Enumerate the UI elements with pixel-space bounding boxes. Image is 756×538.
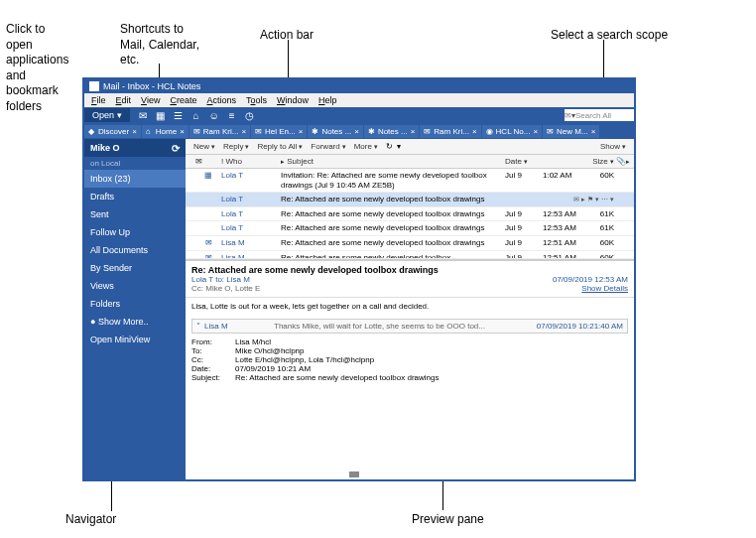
msg-size: 60K — [586, 171, 616, 180]
action-forward[interactable]: Forward — [307, 142, 349, 151]
tab-1[interactable]: ⌂Home× — [142, 125, 189, 138]
preview-subject: Re: Attached are some newly developed to… — [191, 265, 628, 275]
refresh-icon[interactable]: ⟳ — [172, 143, 180, 154]
nav-item-5[interactable]: By Sender — [84, 259, 186, 277]
nav-item-6[interactable]: Views — [84, 277, 186, 295]
tab-icon: ◆ — [88, 127, 96, 135]
tab-icon: ✱ — [368, 127, 376, 135]
msg-size: ✉ ▸ ⚑ ▾ ⋯ ▾ — [527, 195, 616, 203]
menu-actions[interactable]: Actions — [201, 95, 241, 105]
close-icon[interactable]: × — [132, 127, 137, 136]
msg-size: 61K — [586, 223, 616, 232]
message-row[interactable]: ▦Lola TInvitation: Re: Attached are some… — [186, 169, 634, 193]
detail-to: Mike O/hcl@hclpnp — [235, 346, 304, 355]
clock-icon[interactable]: ◷ — [243, 108, 257, 122]
message-row[interactable]: Lola TRe: Attached are some newly develo… — [186, 221, 634, 236]
mail-icon: ✉ — [186, 238, 221, 247]
message-row[interactable]: ✉Lisa MRe: Attached are some newly devel… — [186, 251, 634, 259]
col-date[interactable]: Date ▾ — [505, 157, 543, 166]
annotation-search: Select a search scope — [551, 28, 668, 44]
nav-item-3[interactable]: Follow Up — [84, 223, 186, 241]
annotation-shortcuts: Shortcuts to Mail, Calendar, etc. — [120, 22, 219, 68]
tab-label: Notes ... — [378, 127, 408, 136]
menu-bar: File Edit View Create Actions Tools Wind… — [84, 93, 634, 107]
tab-2[interactable]: ✉Ram Kri...× — [189, 125, 250, 138]
message-row[interactable]: ✉Lisa MRe: Attached are some newly devel… — [186, 236, 634, 251]
tab-3[interactable]: ✉Hel En...× — [251, 125, 307, 138]
close-icon[interactable]: × — [180, 127, 185, 136]
col-subject[interactable]: ▸ Subject — [281, 157, 505, 166]
col-icon[interactable]: ✉ — [186, 157, 221, 166]
tab-0[interactable]: ◆Discover× — [84, 125, 141, 138]
mail-icon[interactable]: ✉ — [136, 108, 150, 122]
message-row[interactable]: Lola TRe: Attached are some newly develo… — [186, 207, 634, 222]
tab-icon: ✉ — [193, 127, 201, 135]
calendar-icon[interactable]: ▦ — [154, 108, 168, 122]
action-replyall[interactable]: Reply to All — [253, 142, 307, 151]
tab-7[interactable]: ◉HCL No...× — [482, 125, 543, 138]
col-who[interactable]: ! Who — [221, 157, 281, 166]
msg-who: Lola T — [221, 195, 281, 203]
nav-item-2[interactable]: Sent — [84, 205, 186, 223]
menu-window[interactable]: Window — [272, 95, 314, 105]
splitter-handle[interactable] — [349, 471, 359, 477]
home-icon[interactable]: ⌂ — [189, 108, 203, 122]
menu-file[interactable]: File — [86, 95, 111, 105]
window-title: Mail - Inbox - HCL Notes — [103, 81, 200, 91]
msg-who: Lisa M — [221, 238, 281, 247]
contacts-icon[interactable]: ☰ — [172, 108, 186, 122]
close-icon[interactable]: × — [472, 127, 477, 136]
col-size[interactable]: Size ▾ — [586, 157, 616, 166]
tab-5[interactable]: ✱Notes ...× — [364, 125, 419, 138]
msg-time: 1:02 AM — [543, 171, 586, 180]
nav-item-9[interactable]: Open MiniView — [84, 331, 186, 348]
tab-icon: ✉ — [424, 127, 432, 135]
action-folder-icon[interactable]: ▾ — [397, 142, 401, 151]
menu-edit[interactable]: Edit — [111, 95, 137, 105]
close-icon[interactable]: × — [591, 127, 596, 136]
close-icon[interactable]: × — [411, 127, 416, 136]
menu-create[interactable]: Create — [165, 95, 201, 105]
close-icon[interactable]: × — [241, 127, 246, 136]
tab-8[interactable]: ✉New M...× — [543, 125, 599, 138]
msg-who: Lola T — [221, 223, 281, 232]
nav-item-8[interactable]: ● Show More.. — [84, 313, 186, 331]
col-attach[interactable]: 📎▸ — [616, 157, 634, 166]
thread-row[interactable]: ˅ Lisa M Thanks Mike, will wait for Lott… — [191, 319, 628, 334]
action-new[interactable]: New — [189, 142, 219, 151]
preview-datetime: 07/09/2019 12:53 AM — [553, 275, 628, 284]
menu-help[interactable]: Help — [314, 95, 342, 105]
action-more[interactable]: More — [350, 142, 382, 151]
close-icon[interactable]: × — [299, 127, 304, 136]
person-icon[interactable]: ☺ — [207, 108, 221, 122]
msg-subject: Re: Attached are some newly developed to… — [281, 195, 527, 204]
nav-item-1[interactable]: Drafts — [84, 188, 186, 205]
close-icon[interactable]: × — [533, 127, 538, 136]
tab-4[interactable]: ✱Notes ...× — [308, 125, 362, 138]
preview-pane: Re: Attached are some newly developed to… — [186, 259, 634, 479]
show-details-link[interactable]: Show Details — [581, 284, 628, 293]
close-icon[interactable]: × — [354, 127, 359, 136]
menu-view[interactable]: View — [136, 95, 165, 105]
msg-subject: Invitation: Re: Attached are some newly … — [281, 171, 505, 190]
nav-item-0[interactable]: Inbox (23) — [84, 170, 186, 188]
menu-tools[interactable]: Tools — [241, 95, 272, 105]
msg-who: Lola T — [221, 171, 281, 180]
row-action-icons[interactable]: ✉ ▸ ⚑ ▾ ⋯ ▾ — [573, 196, 614, 202]
app-icon — [89, 81, 99, 91]
thread-date: 07/09/2019 10:21:40 AM — [537, 322, 623, 331]
show-button[interactable]: Show — [596, 142, 630, 151]
action-refresh-icon[interactable]: ↻ — [386, 142, 393, 151]
message-row[interactable]: Lola TRe: Attached are some newly develo… — [186, 193, 634, 207]
todo-icon[interactable]: ≡ — [225, 108, 239, 122]
nav-item-4[interactable]: All Documents — [84, 241, 186, 259]
nav-item-7[interactable]: Folders — [84, 295, 186, 313]
action-reply[interactable]: Reply — [219, 142, 253, 151]
tab-6[interactable]: ✉Ram Kri...× — [420, 125, 480, 138]
msg-date: Jul 9 — [505, 238, 543, 247]
navigator: Mike O ⟳ on Local Inbox (23)DraftsSentFo… — [84, 139, 186, 479]
search-box[interactable]: ✉ ▾ Search All — [565, 109, 634, 121]
open-button[interactable]: Open ▾ — [84, 108, 130, 122]
tab-icon: ✉ — [255, 127, 263, 135]
detail-from: Lisa M/hcl — [235, 337, 271, 346]
